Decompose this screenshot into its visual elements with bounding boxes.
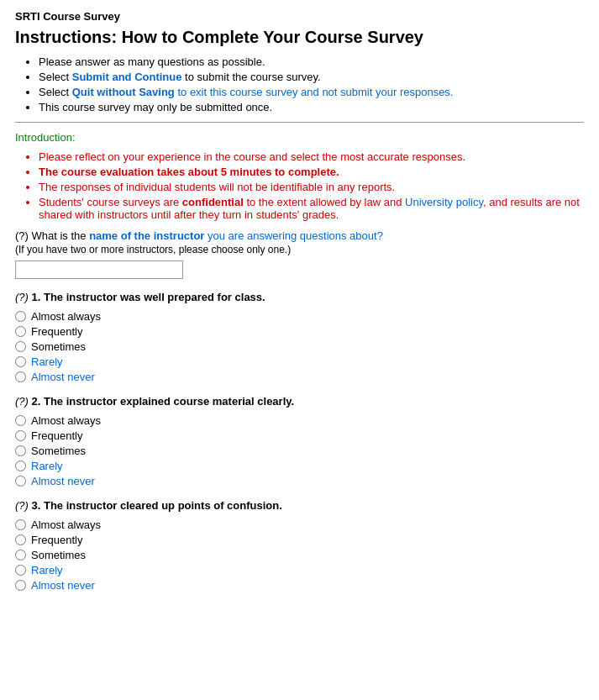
q1-radio-frequently[interactable] <box>15 326 26 337</box>
q1-option-almost-always: Almost always <box>15 310 584 323</box>
question-marker: (?) <box>15 229 29 242</box>
q2-radio-sometimes[interactable] <box>15 445 26 456</box>
q3-option-almost-always: Almost always <box>15 518 584 531</box>
q1-option-frequently: Frequently <box>15 325 584 338</box>
q3-marker: (?) <box>15 499 29 512</box>
q2-text: The instructor explained course material… <box>44 395 294 408</box>
q1-radio-almost-always[interactable] <box>15 311 26 322</box>
q2-number: 2. <box>32 395 41 408</box>
divider <box>15 122 584 123</box>
q1-option-rarely: Rarely <box>15 355 584 368</box>
q3-radio-sometimes[interactable] <box>15 550 26 561</box>
q1-radio-almost-never[interactable] <box>15 371 26 382</box>
q2-label-almost-always[interactable]: Almost always <box>31 414 101 427</box>
main-title: Instructions: How to Complete Your Cours… <box>15 28 584 47</box>
instructor-name-input[interactable] <box>15 261 183 279</box>
question-1-block: (?) 1. The instructor was well prepared … <box>15 291 584 383</box>
question-1-label: (?) 1. The instructor was well prepared … <box>15 291 584 303</box>
q2-label-sometimes[interactable]: Sometimes <box>31 445 86 457</box>
q3-option-frequently: Frequently <box>15 534 584 546</box>
instructor-name-sub: (If you have two or more instructors, pl… <box>15 244 584 255</box>
q1-label-rarely[interactable]: Rarely <box>31 355 63 368</box>
q1-radio-rarely[interactable] <box>15 356 26 367</box>
q1-option-almost-never: Almost never <box>15 371 584 383</box>
q1-radio-sometimes[interactable] <box>15 341 26 352</box>
instructions-item-3: Select Quit without Saving to exit this … <box>39 86 584 98</box>
q2-option-rarely: Rarely <box>15 460 584 472</box>
q2-option-frequently: Frequently <box>15 429 584 442</box>
intro-item-4: Students' course surveys are confidentia… <box>39 196 584 221</box>
instructor-name-rest: you are answering questions about? <box>208 229 383 242</box>
q2-label-frequently[interactable]: Frequently <box>31 429 82 442</box>
q3-option-rarely: Rarely <box>15 564 584 576</box>
page-header-title: SRTI Course Survey <box>15 10 584 23</box>
introduction-label: Introduction: <box>15 131 584 144</box>
q3-number: 3. <box>32 499 41 512</box>
instructor-name-question: (?) What is the name of the instructor y… <box>15 229 584 242</box>
q1-label-almost-never[interactable]: Almost never <box>31 371 95 383</box>
question-2-label: (?) 2. The instructor explained course m… <box>15 395 584 408</box>
instructions-item-2: Select Submit and Continue to submit the… <box>39 71 584 83</box>
q1-option-sometimes: Sometimes <box>15 340 584 353</box>
q3-label-sometimes[interactable]: Sometimes <box>31 549 86 561</box>
instructor-name-emphasis: name of the instructor <box>89 229 204 242</box>
question-3-block: (?) 3. The instructor cleared up points … <box>15 499 584 592</box>
q3-option-sometimes: Sometimes <box>15 549 584 561</box>
q2-marker: (?) <box>15 395 29 408</box>
q2-option-sometimes: Sometimes <box>15 445 584 457</box>
q2-radio-frequently[interactable] <box>15 430 26 441</box>
q1-label-sometimes[interactable]: Sometimes <box>31 340 86 353</box>
intro-list: Please reflect on your experience in the… <box>39 150 584 221</box>
q3-radio-almost-never[interactable] <box>15 580 26 591</box>
question-2-block: (?) 2. The instructor explained course m… <box>15 395 584 487</box>
intro-item-2: The course evaluation takes about 5 minu… <box>39 166 584 178</box>
q3-radio-frequently[interactable] <box>15 534 26 545</box>
q2-radio-almost-always[interactable] <box>15 415 26 426</box>
q1-label-frequently[interactable]: Frequently <box>31 325 82 338</box>
question-3-label: (?) 3. The instructor cleared up points … <box>15 499 584 512</box>
q3-label-rarely[interactable]: Rarely <box>31 564 63 576</box>
q3-label-almost-always[interactable]: Almost always <box>31 518 101 531</box>
intro-item-3: The responses of individual students wil… <box>39 181 584 193</box>
q3-label-frequently[interactable]: Frequently <box>31 534 82 546</box>
q1-number: 1. <box>32 291 41 303</box>
q3-label-almost-never[interactable]: Almost never <box>31 579 95 592</box>
q3-radio-rarely[interactable] <box>15 565 26 576</box>
q2-option-almost-always: Almost always <box>15 414 584 427</box>
q2-radio-rarely[interactable] <box>15 461 26 471</box>
q3-option-almost-never: Almost never <box>15 579 584 592</box>
q2-label-almost-never[interactable]: Almost never <box>31 475 95 487</box>
q1-marker: (?) <box>15 291 29 303</box>
q2-radio-almost-never[interactable] <box>15 476 26 487</box>
q2-option-almost-never: Almost never <box>15 475 584 487</box>
instructions-list: Please answer as many questions as possi… <box>39 55 584 113</box>
instructions-item-4: This course survey may only be submitted… <box>39 101 584 113</box>
instructions-item-1: Please answer as many questions as possi… <box>39 55 584 68</box>
q2-label-rarely[interactable]: Rarely <box>31 460 63 472</box>
q1-label-almost-always[interactable]: Almost always <box>31 310 101 323</box>
q3-radio-almost-always[interactable] <box>15 519 26 530</box>
q3-text: The instructor cleared up points of conf… <box>44 499 282 512</box>
intro-item-1: Please reflect on your experience in the… <box>39 150 584 163</box>
q1-text: The instructor was well prepared for cla… <box>44 291 265 303</box>
